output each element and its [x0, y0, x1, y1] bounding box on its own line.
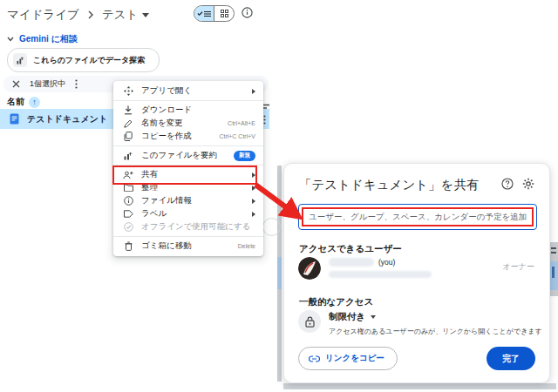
grid-view-icon: [221, 10, 228, 17]
gemini-consult-link[interactable]: Gemini に相談: [7, 33, 78, 45]
row-more-vertical-icon[interactable]: [263, 112, 266, 128]
dialog-title: 「テストドキュメント」を共有: [299, 177, 479, 193]
background-fragment: [552, 267, 555, 278]
owner-role-label: オーナー: [503, 261, 534, 273]
link-icon: [309, 355, 320, 362]
offline-check-icon: [123, 222, 133, 232]
done-label: 完了: [502, 353, 520, 365]
annotation-red-box-input: ユーザー、グループ、スペース、カレンダーの予定を追加: [302, 207, 534, 226]
menu-item-organize[interactable]: 整理: [113, 181, 263, 194]
new-badge: 新規: [234, 151, 255, 161]
access-level-dropdown[interactable]: 制限付き: [329, 311, 542, 323]
breadcrumb-current-folder[interactable]: テスト: [102, 7, 149, 23]
open-with-icon: [123, 86, 133, 96]
submenu-arrow-icon: [252, 199, 255, 204]
submenu-arrow-icon: [252, 172, 255, 178]
breadcrumb-my-drive[interactable]: マイドライブ: [7, 7, 79, 23]
menu-label: このファイルを要約: [141, 150, 226, 161]
breadcrumb-current-label: テスト: [102, 7, 138, 23]
list-view-button[interactable]: [194, 6, 214, 21]
chevron-down-icon: [7, 37, 14, 42]
data-explore-chip[interactable]: これらのファイルでデータ探索: [7, 48, 160, 72]
copy-link-button[interactable]: リンクをコピー: [298, 347, 398, 370]
menu-item-summarize[interactable]: このファイルを要約 新規: [113, 149, 263, 162]
selection-count: 1個選択中: [30, 78, 65, 90]
menu-divider: [113, 236, 263, 237]
background-fragment: [277, 257, 282, 289]
help-icon[interactable]: [501, 178, 514, 193]
menu-item-file-info[interactable]: ファイル情報: [113, 194, 263, 207]
details-info-button[interactable]: [242, 6, 253, 22]
redacted-name: [329, 258, 374, 267]
rename-icon: [123, 119, 133, 128]
data-explore-label: これらのファイルでデータ探索: [33, 55, 145, 66]
share-recipient-input[interactable]: ユーザー、グループ、スペース、カレンダーの予定を追加: [298, 204, 537, 230]
column-header-name[interactable]: 名前 ↑: [7, 96, 40, 108]
menu-label: オフラインで使用可能にする: [141, 221, 255, 233]
view-toggle: [194, 5, 235, 22]
menu-item-rename[interactable]: 名前を変更 Ctrl+Alt+E: [113, 117, 263, 130]
chevron-right-icon: [87, 10, 94, 19]
menu-item-open-with[interactable]: アプリで開く: [113, 84, 263, 98]
name-header-label: 名前: [7, 96, 24, 108]
menu-shortcut: Delete: [238, 243, 255, 249]
menu-label: ダウンロード: [141, 105, 255, 116]
close-icon[interactable]: [12, 80, 20, 88]
drive-page: マイドライブ テスト Gemini に相談 これらのファイルでデータ探索: [0, 0, 558, 392]
background-fragment: [262, 218, 281, 236]
doc-icon: [10, 113, 19, 125]
menu-divider: [113, 100, 263, 101]
more-vertical-icon[interactable]: [75, 79, 78, 89]
copy-link-label: リンクをコピー: [325, 353, 384, 364]
chevron-down-icon: [142, 13, 149, 17]
copy-icon: [123, 132, 133, 141]
menu-item-trash[interactable]: ゴミ箱に移動 Delete: [113, 240, 263, 253]
share-dialog: 「テストドキュメント」を共有 ユーザー、グループ、スペース、カレンダーの予定を追…: [283, 163, 550, 383]
context-menu: アプリで開く ダウンロード 名前を変更 Ctrl+Alt+E コピーを作成 Ct…: [113, 81, 263, 256]
access-level-label: 制限付き: [329, 311, 365, 323]
grid-view-button[interactable]: [214, 6, 234, 21]
menu-divider: [113, 165, 263, 166]
redacted-email: [329, 271, 432, 278]
info-icon: [242, 7, 253, 18]
submenu-arrow-icon: [252, 89, 255, 94]
organize-folder-icon: [123, 184, 133, 192]
access-description: アクセス権のあるユーザーのみが、リンクから開くことができます: [329, 327, 542, 336]
done-button[interactable]: 完了: [487, 347, 535, 370]
list-view-icon: [204, 10, 211, 17]
menu-shortcut: Ctrl+Alt+E: [228, 120, 255, 126]
gemini-link-label: Gemini に相談: [19, 33, 78, 45]
gear-icon[interactable]: [522, 178, 534, 193]
check-icon: [197, 10, 203, 17]
file-info-icon: [123, 196, 133, 206]
sort-ascending-icon[interactable]: ↑: [29, 97, 40, 108]
menu-item-offline: オフラインで使用可能にする: [113, 220, 263, 233]
share-person-add-icon: [123, 171, 133, 179]
data-explore-icon: [13, 53, 27, 67]
menu-item-download[interactable]: ダウンロード: [113, 104, 263, 117]
menu-shortcut: Ctrl+C Ctrl+V: [219, 133, 255, 139]
menu-divider: [113, 145, 263, 146]
input-placeholder: ユーザー、グループ、スペース、カレンダーの予定を追加: [303, 212, 527, 223]
menu-item-make-copy[interactable]: コピーを作成 Ctrl+C Ctrl+V: [113, 130, 263, 143]
file-name: テストドキュメント: [27, 113, 107, 125]
menu-label: コピーを作成: [141, 131, 211, 142]
label-tag-icon: [123, 210, 133, 218]
download-icon: [123, 105, 133, 115]
general-access-row: 制限付き アクセス権のあるユーザーのみが、リンクから開くことができます: [298, 310, 542, 336]
lock-icon: [298, 310, 321, 333]
submenu-arrow-icon: [252, 212, 255, 217]
breadcrumb: マイドライブ テスト: [7, 7, 149, 23]
avatar: [298, 257, 321, 280]
menu-label: ラベル: [141, 208, 244, 220]
owner-name-line: (you): [329, 258, 432, 267]
menu-label: 整理: [141, 182, 244, 193]
owner-row: (you): [298, 257, 432, 280]
owner-you-label: (you): [378, 258, 395, 267]
people-with-access-heading: アクセスできるユーザー: [299, 243, 402, 255]
menu-label: ゴミ箱に移動: [141, 240, 230, 252]
menu-item-share[interactable]: 共有: [113, 168, 263, 181]
menu-label: アプリで開く: [141, 85, 244, 97]
menu-item-labels[interactable]: ラベル: [113, 207, 263, 220]
menu-label: 名前を変更: [141, 118, 220, 129]
